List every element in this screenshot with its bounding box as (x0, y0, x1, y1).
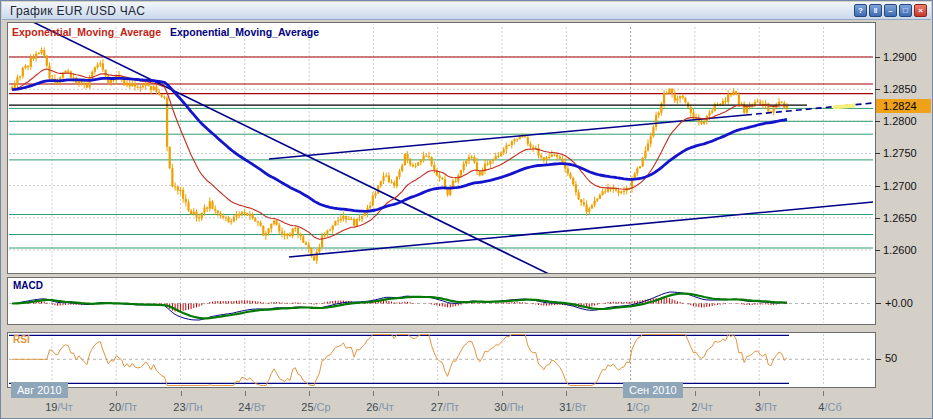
time-axis-tick (309, 391, 310, 396)
rsi-label: RSI (13, 334, 30, 345)
date-label: 27/Пт (418, 401, 472, 413)
price-axis-tick (875, 218, 880, 219)
time-axis-tick (245, 391, 246, 396)
rsi-line (12, 335, 787, 386)
help-button[interactable]: ? (854, 4, 867, 17)
time-axis-tick (438, 391, 439, 396)
trendlines[interactable] (31, 23, 873, 273)
price-axis-label: 1.2600 (883, 244, 917, 256)
date-label: 25/Ср (289, 401, 343, 413)
rsi-level-tick (876, 359, 881, 360)
price-axis-label: 1.2900 (883, 51, 917, 63)
time-axis-tick (116, 391, 117, 396)
date-label: 20/Пт (96, 401, 150, 413)
chart-window: График EUR /USD ЧАС ?‖–□× Exponential_Mo… (0, 0, 933, 419)
rsi-canvas[interactable] (8, 333, 875, 387)
indicator-label: Exponential_Moving_Average (12, 26, 161, 38)
vertical-gridlines (52, 27, 824, 272)
price-axis-tick (875, 250, 880, 251)
macd-zero-tick (876, 303, 881, 304)
time-axis-tick (502, 391, 503, 396)
time-axis-tick (566, 391, 567, 396)
date-label: 3/Пт (739, 401, 793, 413)
macd-signal-line (12, 294, 787, 319)
main-chart-canvas[interactable] (8, 23, 875, 273)
indicator-labels: Exponential_Moving_AverageExponential_Mo… (12, 26, 319, 38)
support-resistance-levels[interactable] (9, 57, 873, 248)
title-bar[interactable]: График EUR /USD ЧАС ?‖–□× (2, 2, 931, 20)
date-label: 4/Сб (803, 401, 857, 413)
price-axis-tick (875, 186, 880, 187)
price-axis-label: 1.2800 (883, 115, 917, 127)
price-axis-tick (875, 153, 880, 154)
price-axis-label: 1.2650 (883, 212, 917, 224)
time-axis-tick (695, 391, 696, 396)
macd-canvas[interactable] (8, 278, 875, 324)
date-label: 1/Ср (611, 401, 665, 413)
current-price-value: 1.2824 (883, 100, 917, 112)
price-axis-label: 1.2700 (883, 180, 917, 192)
highlight-segment (833, 106, 855, 108)
month-label: Сен 2010 (623, 382, 683, 398)
date-label: 23/Пн (161, 401, 215, 413)
date-label: 2/Чт (675, 401, 729, 413)
price-axis: 1.2824 1.29001.28501.28001.27501.27001.2… (875, 1, 933, 419)
ema-fast-line (12, 69, 787, 239)
price-axis-label: 1.2750 (883, 147, 917, 159)
vertical-gridlines (52, 278, 824, 323)
price-axis-tick (875, 57, 880, 58)
time-axis-tick (373, 391, 374, 396)
price-axis-tick (875, 89, 880, 90)
window-title: График EUR /USD ЧАС (10, 4, 145, 18)
date-label: 31/Вт (546, 401, 600, 413)
price-axis-tick (875, 121, 880, 122)
time-axis-tick (181, 391, 182, 396)
ema-slow-line (12, 78, 787, 211)
date-label: 26/Чт (353, 401, 407, 413)
date-label: 30/Пн (482, 401, 536, 413)
month-label: Авг 2010 (11, 382, 68, 398)
date-label: 24/Вт (225, 401, 279, 413)
time-axis: 19/Чт20/Пт23/Пн24/Вт25/Ср26/Чт27/Пт30/Пн… (1, 390, 933, 419)
time-axis-tick (759, 391, 760, 396)
macd-zero-label: +0.00 (885, 297, 913, 309)
time-axis-tick (823, 391, 824, 396)
macd-label: MACD (13, 280, 43, 291)
indicator-label: Exponential_Moving_Average (170, 26, 319, 38)
price-axis-label: 1.2850 (883, 83, 917, 95)
date-label: 19/Чт (32, 401, 86, 413)
current-price-tag: 1.2824 (876, 99, 931, 113)
rsi-level-label: 50 (885, 352, 897, 364)
